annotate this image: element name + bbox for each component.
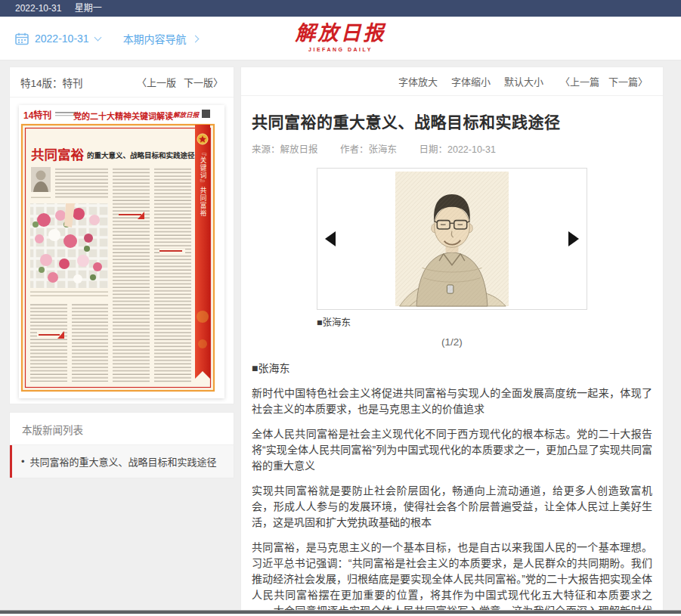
image-carousel bbox=[317, 168, 587, 310]
article-author: 作者：张海东 bbox=[340, 144, 397, 155]
issue-nav-link[interactable]: 本期内容导航 bbox=[123, 31, 198, 46]
logo-chinese: 解放日报 bbox=[296, 20, 386, 46]
top-status-bar: 2022-10-31 星期一 bbox=[0, 0, 681, 17]
thumb-ribbon-text: 『关键词』共同富裕 bbox=[199, 149, 206, 218]
next-page-button[interactable]: 下一版〉 bbox=[184, 75, 223, 89]
chevron-right-icon bbox=[191, 35, 199, 42]
font-default-button[interactable]: 默认大小 bbox=[504, 74, 543, 88]
chevron-down-icon[interactable] bbox=[94, 34, 101, 42]
calendar-icon bbox=[15, 33, 29, 45]
news-list-panel: 本版新闻列表 • 共同富裕的重大意义、战略目标和实践途径 bbox=[9, 412, 234, 478]
issue-date-selector[interactable]: 2022-10-31 bbox=[35, 33, 89, 45]
thumb-headline-black: 的重大意义、战略目标和实践途径 bbox=[87, 151, 195, 159]
prev-page-button[interactable]: 〈上一版 bbox=[137, 75, 176, 89]
page-thumbnail-wrap: 14特刊 党的二十大精神关键词解读 解放日报 共同富裕 的重大意义、战略目标和实… bbox=[10, 98, 234, 398]
news-list-item-active[interactable]: • 共同富裕的重大意义、战略目标和实践途径 bbox=[10, 445, 234, 478]
page-label: 特14版：特刊 bbox=[20, 75, 83, 90]
article-title: 共同富裕的重大意义、战略目标和实践途径 bbox=[252, 110, 652, 132]
news-item-label: 共同富裕的重大意义、战略目标和实践途径 bbox=[30, 454, 217, 469]
article-paragraph: 共同富裕，是马克思主义的一个基本目标，也是自古以来我国人民的一个基本理想。习近平… bbox=[252, 540, 652, 612]
article-author-line: ■张海东 bbox=[252, 360, 652, 375]
next-article-button[interactable]: 下一篇〉 bbox=[608, 74, 648, 88]
article-date: 日期：2022-10-31 bbox=[419, 144, 496, 155]
font-zoom-in-button[interactable]: 字体放大 bbox=[398, 74, 438, 88]
carousel-next-button[interactable] bbox=[568, 231, 579, 246]
issue-controls: 2022-10-31 本期内容导航 bbox=[15, 17, 198, 60]
carousel-prev-button[interactable] bbox=[325, 231, 336, 246]
photo-caption: ■张海东 bbox=[317, 314, 587, 329]
thumb-headline-red: 共同富裕 bbox=[31, 147, 84, 163]
page-panel: 特14版：特刊 〈上一版 下一版〉 bbox=[9, 67, 234, 404]
site-header: 2022-10-31 本期内容导航 解放日报 JIEFANG DAILY bbox=[0, 17, 681, 60]
topbar-date: 2022-10-31 bbox=[15, 3, 61, 14]
portrait-photo bbox=[395, 171, 509, 307]
article-panel: 字体放大 字体缩小 默认大小 〈上一篇 下一篇〉 共同富裕的重大意义、战略目标和… bbox=[240, 67, 664, 612]
thumb-top-title: 党的二十大精神关键词解读 bbox=[73, 111, 173, 121]
font-zoom-out-button[interactable]: 字体缩小 bbox=[451, 74, 491, 88]
article-source: 来源：解放日报 bbox=[252, 144, 318, 155]
thumb-page-number: 14特刊 bbox=[23, 110, 51, 121]
masthead-logo: 解放日报 JIEFANG DAILY bbox=[296, 20, 386, 54]
article-meta: 来源：解放日报 作者：张海东 日期：2022-10-31 bbox=[252, 141, 652, 156]
main-content: 特14版：特刊 〈上一版 下一版〉 bbox=[0, 60, 681, 616]
page-pager: 〈上一版 下一版〉 bbox=[137, 75, 223, 89]
image-carousel-wrap: ■张海东 bbox=[317, 168, 587, 329]
article-body: 共同富裕的重大意义、战略目标和实践途径 来源：解放日报 作者：张海东 日期：20… bbox=[241, 96, 663, 612]
article-paragraph: 全体人民共同富裕是社会主义现代化不同于西方现代化的根本标志。党的二十大报告将“实… bbox=[252, 426, 652, 474]
issue-nav-label: 本期内容导航 bbox=[123, 31, 187, 46]
bullet-icon: • bbox=[21, 456, 25, 467]
newspaper-page-thumbnail[interactable]: 14特刊 党的二十大精神关键词解读 解放日报 共同富裕 的重大意义、战略目标和实… bbox=[19, 105, 224, 398]
article-paragraph: 实现共同富裕就是要防止社会阶层固化，畅通向上流动通道，给更多人创造致富机会，形成… bbox=[252, 483, 652, 531]
carousel-indicator: (1/2) bbox=[252, 336, 652, 348]
thumb-logo: 解放日报 bbox=[172, 111, 200, 119]
news-list-title: 本版新闻列表 bbox=[10, 413, 234, 445]
article-paragraph: 新时代中国特色社会主义将促进共同富裕与实现人的全面发展高度统一起来，体现了社会主… bbox=[252, 385, 652, 417]
logo-english: JIEFANG DAILY bbox=[296, 46, 386, 54]
page-panel-header: 特14版：特刊 〈上一版 下一版〉 bbox=[10, 67, 234, 98]
topbar-weekday: 星期一 bbox=[75, 3, 102, 14]
article-toolbar: 字体放大 字体缩小 默认大小 〈上一篇 下一篇〉 bbox=[241, 67, 663, 96]
prev-article-button[interactable]: 〈上一篇 bbox=[560, 74, 599, 88]
